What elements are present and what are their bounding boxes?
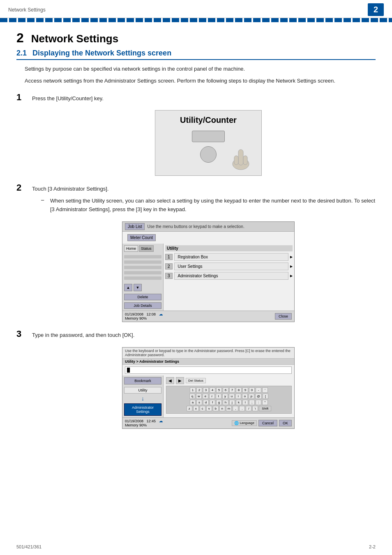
key-z[interactable]: z — [187, 406, 192, 411]
ss-line-1 — [124, 255, 161, 258]
key-g[interactable]: g — [216, 400, 222, 405]
key-row-1: 1 2 3 4 5 6 7 8 9 0 - ' — [168, 387, 290, 393]
arr-left-btn[interactable]: ◀ — [166, 377, 174, 384]
svg-rect-3 — [243, 156, 247, 165]
key-b[interactable]: b — [213, 406, 219, 411]
menu-item-3: 3 Administrator Settings ▶ — [165, 272, 293, 280]
key-d[interactable]: d — [203, 400, 209, 405]
key-r[interactable]: r — [209, 394, 215, 399]
key-colon[interactable]: : — [256, 400, 261, 405]
key-quote[interactable]: " — [262, 400, 268, 405]
cancel-btn[interactable]: Cancel — [258, 420, 277, 426]
deco-bar — [0, 18, 392, 22]
step-3-number: 3 — [16, 329, 28, 339]
ss2-footer-time: 12:45 — [147, 419, 156, 423]
step-1-text: Press the [Utility/Counter] key. — [32, 93, 104, 103]
delete-btn[interactable]: Delete — [124, 294, 161, 300]
page-footer: 501/421/361 2-2 — [16, 544, 376, 549]
ss-line-4 — [124, 271, 161, 274]
key-lbracket[interactable]: [ — [263, 394, 268, 399]
key-j[interactable]: j — [229, 400, 235, 405]
key-t[interactable]: t — [216, 394, 221, 399]
key-u[interactable]: u — [229, 394, 235, 399]
del-btn[interactable]: Del Status — [186, 378, 206, 383]
utility-btn[interactable]: Utility — [124, 387, 161, 394]
key-circle — [200, 146, 217, 163]
key-period[interactable]: . — [239, 406, 245, 411]
key-l[interactable]: l — [242, 400, 248, 405]
key-q[interactable]: q — [189, 394, 195, 399]
key-p[interactable]: p — [249, 394, 254, 399]
step-3-image: Use the keyboard or keypad to type in th… — [41, 347, 376, 429]
admin-settings-btn[interactable]: Administrator Settings — [124, 403, 161, 416]
ok-btn[interactable]: OK — [279, 420, 292, 426]
key-8[interactable]: 8 — [236, 387, 242, 393]
utility-counter-box: Utility/Counter — [155, 110, 262, 176]
key-9[interactable]: 9 — [242, 387, 248, 393]
ss-footer-left: 01/19/2008 12:08 ☁ Memory 90% — [125, 312, 163, 320]
ss2-footer: 01/19/2008 12:45 ☁ Memory 90% 🌐 Language… — [122, 417, 294, 428]
menu-label-3[interactable]: Administrator Settings — [174, 272, 288, 280]
main-content: 2 Network Settings 2.1 Displaying the Ne… — [0, 22, 392, 444]
key-e[interactable]: e — [203, 394, 208, 399]
key-w[interactable]: w — [196, 394, 202, 399]
key-x[interactable]: x — [193, 406, 199, 411]
utility-screen: Job List Use the menu buttons or keypad … — [122, 221, 295, 322]
key-6[interactable]: 6 — [223, 387, 228, 393]
key-a[interactable]: a — [190, 400, 196, 405]
menu-num-3: 3 — [165, 273, 173, 279]
tab-status[interactable]: Status — [139, 245, 154, 252]
key-f[interactable]: f — [210, 400, 215, 405]
ss-line-5 — [124, 276, 161, 280]
menu-label-1[interactable]: Registration Box — [174, 253, 288, 261]
key-h[interactable]: h — [223, 400, 228, 405]
key-1[interactable]: 1 — [190, 387, 196, 393]
key-bslash[interactable]: \ — [252, 406, 258, 411]
ss-footer-date: 01/19/2008 — [125, 312, 143, 316]
nav-down-btn[interactable]: ▼ — [134, 284, 142, 291]
job-list-btn[interactable]: Job List — [125, 223, 145, 230]
ss-header: Job List Use the menu buttons or keypad … — [122, 222, 294, 232]
menu-item-1: 1 Registration Box ▶ — [165, 253, 293, 261]
key-s[interactable]: s — [196, 400, 202, 405]
arr-right-btn[interactable]: ▶ — [176, 377, 184, 384]
key-0[interactable]: 0 — [249, 387, 255, 393]
key-at[interactable]: @ — [255, 394, 262, 399]
key-2[interactable]: 2 — [196, 387, 202, 393]
key-v[interactable]: v — [206, 406, 212, 411]
key-comma[interactable]: , — [233, 406, 238, 411]
close-btn[interactable]: Close — [275, 313, 292, 320]
key-7[interactable]: 7 — [229, 387, 235, 393]
key-m[interactable]: m — [226, 406, 232, 411]
key-apos[interactable]: ' — [262, 387, 268, 393]
sub-step-text: When setting the Utility screen, you can… — [50, 197, 376, 214]
key-semicolon[interactable]: ; — [249, 400, 255, 405]
key-5[interactable]: 5 — [216, 387, 222, 393]
key-4[interactable]: 4 — [210, 387, 215, 393]
key-dash[interactable]: - — [256, 387, 261, 393]
nav-up-btn[interactable]: ▲ — [124, 284, 132, 291]
key-i[interactable]: i — [235, 394, 241, 399]
menu-num-1: 1 — [165, 254, 173, 260]
key-k[interactable]: k — [236, 400, 242, 405]
ss2-input-box[interactable]: █ — [125, 366, 292, 374]
shift-key[interactable]: Shift — [259, 406, 271, 411]
language-btn[interactable]: 🌐 Language — [232, 420, 257, 426]
job-details-btn[interactable]: Job Details — [124, 302, 161, 309]
ss-right-panel: Utility 1 Registration Box ▶ 2 User Sett… — [164, 244, 294, 311]
tab-home[interactable]: Home — [124, 245, 138, 252]
ss-info-text: Use the menu buttons or keypad to make a… — [147, 224, 244, 229]
key-c[interactable]: c — [200, 406, 205, 411]
step-1-number: 1 — [16, 93, 28, 102]
key-y[interactable]: y — [222, 394, 228, 399]
key-n[interactable]: n — [219, 406, 225, 411]
menu-label-2[interactable]: User Settings — [174, 263, 288, 270]
bookmark-btn[interactable]: Bookmark — [124, 377, 161, 385]
key-o[interactable]: o — [242, 394, 248, 399]
key-3[interactable]: 3 — [203, 387, 209, 393]
key-slash[interactable]: / — [246, 406, 251, 411]
page-number-badge: 2 — [368, 3, 384, 16]
meter-count-btn[interactable]: Meter Count — [127, 234, 156, 241]
ss2-arrows-row: ◀ ▶ Del Status — [166, 377, 292, 384]
ss2-right: ◀ ▶ Del Status 1 2 3 4 5 6 7 — [164, 375, 294, 417]
